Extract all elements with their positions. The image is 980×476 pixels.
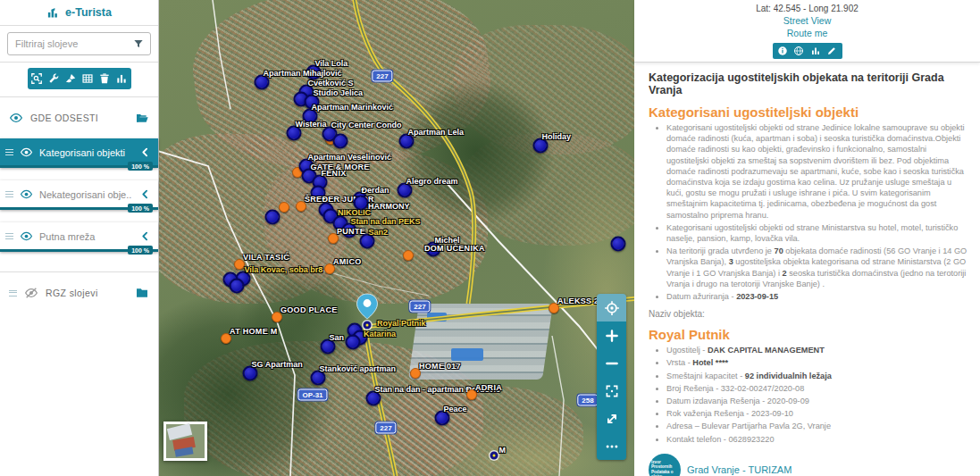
folder-open-icon[interactable] [135, 111, 149, 125]
map-marker[interactable]: Holiday [533, 138, 549, 154]
map-marker[interactable] [265, 210, 281, 225]
source-row: Izvor Prostornih Podataka o sloju: Grad … [649, 454, 969, 476]
layer-group-rgz-slojevi[interactable]: RGZ slojevi [0, 278, 158, 308]
marker-label: Apartman Lela [408, 128, 465, 137]
source-link[interactable]: Grad Vranje - TURIZAM [687, 464, 792, 475]
chart-icon[interactable] [808, 45, 822, 58]
more-button[interactable] [597, 432, 626, 460]
drag-handle-icon[interactable] [5, 233, 13, 239]
detail-bullet: Rok važenja Rešenja - 2023-09-10 [666, 408, 969, 419]
road-shield: OP-31 [297, 389, 327, 401]
map-marker[interactable]: AT HOME M [221, 333, 231, 344]
marker-label: San [330, 333, 345, 342]
zoom-in-button[interactable] [597, 322, 626, 349]
map-marker[interactable]: VILA TASIĆ [234, 259, 245, 270]
map-marker[interactable] [611, 237, 626, 252]
map-marker[interactable]: Peace [435, 411, 450, 426]
folder-icon[interactable] [135, 286, 149, 300]
collapse-chevron-icon[interactable] [139, 188, 151, 200]
map-marker[interactable]: Wisteria [287, 126, 302, 141]
group-label: GDE ODSESTI [30, 113, 128, 123]
map-marker[interactable]: ALEKSS 2016 [549, 303, 559, 313]
layer-card[interactable]: Putna mreža 100 % [0, 222, 158, 252]
eye-icon[interactable] [20, 230, 33, 243]
eye-icon[interactable] [9, 111, 23, 125]
chart-icon[interactable] [114, 71, 130, 87]
layer-toolbar [28, 68, 131, 89]
collapse-chevron-icon[interactable] [139, 146, 151, 158]
layer-card[interactable]: Kategorisani objekti 100 % [0, 138, 158, 168]
layer-filter-input[interactable] [7, 32, 151, 55]
marker-label: Đerdan [362, 186, 389, 195]
detail-bullet: Datum izdavanja Rešenja - 2020-09-09 [666, 396, 969, 406]
map-marker[interactable]: M [490, 452, 498, 460]
map-marker[interactable]: Stan na dan - apartman Đorđević [366, 391, 381, 406]
map-marker[interactable]: SG Apartman [243, 366, 258, 381]
marker-label: Stan na dan PEKS [351, 217, 421, 226]
map-marker[interactable] [333, 134, 348, 149]
road-shield: 227 [372, 71, 392, 82]
divider [0, 62, 158, 63]
panel-header: Lat: 42.545 - Long 21.902 Street View Ro… [634, 0, 980, 63]
trash-icon[interactable] [97, 71, 113, 87]
eye-icon[interactable] [20, 188, 33, 201]
map-marker[interactable]: HOME 017 [410, 368, 421, 379]
resize-button[interactable] [597, 405, 626, 432]
map-marker[interactable] [230, 279, 245, 294]
map-canvas[interactable]: Vila Lola Apartman Mihajlović Cvetković … [159, 0, 634, 476]
info-bullet: Kategorisani ugostiteljski objekti od st… [666, 122, 969, 221]
table-icon[interactable] [80, 71, 96, 87]
collapse-chevron-icon[interactable] [139, 230, 151, 242]
map-marker[interactable]: Apartman Mihajlović [255, 75, 270, 90]
map-marker[interactable]: ADRIA [466, 389, 477, 400]
info-icon[interactable] [775, 45, 789, 58]
map-marker[interactable]: Stanković apartman [311, 371, 326, 386]
layer-card[interactable]: Nekategorisani obje.. 100 % [0, 180, 158, 210]
map-marker[interactable] [279, 202, 289, 213]
map-marker[interactable]: ŠREĐER JUNIOR [296, 201, 306, 212]
marker-label: AMICO [333, 257, 362, 266]
opacity-value: 100 % [128, 204, 153, 213]
map-marker[interactable]: AMICO [324, 263, 335, 274]
roads-overlay [159, 0, 634, 476]
map-marker[interactable]: PUNTE [328, 233, 339, 244]
map-marker[interactable]: San [321, 339, 336, 355]
layer-label: Kategorisani objekti [39, 147, 133, 158]
marker-label: Alegro dream [406, 177, 458, 186]
section-heading: Kategorisani ugostiteljski objekti [649, 104, 969, 120]
marker-dot [279, 202, 289, 213]
eye-icon[interactable] [20, 146, 33, 159]
opacity-slider[interactable]: 100 % [0, 207, 158, 210]
fullscreen-button[interactable] [597, 377, 626, 405]
layer-group-gde-odsesti[interactable]: GDE ODSESTI [0, 103, 158, 133]
brush-icon[interactable] [63, 71, 79, 87]
map-marker[interactable]: Apartman Lela [399, 134, 415, 149]
eye-off-icon[interactable] [24, 286, 38, 300]
globe-icon[interactable] [792, 45, 806, 58]
map-marker[interactable] [346, 335, 361, 350]
edit-icon[interactable] [825, 45, 839, 58]
drag-handle-icon[interactable] [5, 149, 13, 155]
marker-label: DOM UČENIKA [424, 244, 485, 253]
map-marker[interactable]: San2 [360, 234, 375, 249]
scan-search-icon[interactable] [29, 71, 45, 87]
route-me-link[interactable]: Route me [634, 28, 980, 38]
marker-label: FENIX [322, 169, 347, 178]
wrench-icon[interactable] [46, 71, 62, 87]
preview-thumbnail[interactable] [163, 422, 207, 461]
geolocate-button[interactable] [597, 294, 626, 322]
opacity-slider[interactable]: 100 % [0, 165, 158, 168]
marker-label: Cvetković S [308, 79, 354, 88]
map-marker[interactable]: GOOD PLACE [272, 312, 282, 322]
map-label: Katarina [364, 330, 396, 338]
zoom-out-button[interactable] [597, 349, 626, 377]
street-view-link[interactable]: Street View [634, 15, 980, 26]
map-marker[interactable]: DOM UČENIKA [403, 250, 414, 261]
map-label: NIKOLIĆ [338, 208, 371, 217]
map-marker[interactable]: Alegro dream [398, 183, 413, 198]
divider [0, 271, 158, 272]
opacity-slider[interactable]: 100 % [0, 249, 158, 252]
drag-handle-icon[interactable] [9, 290, 17, 296]
drag-handle-icon[interactable] [5, 191, 13, 197]
info-panel: Lat: 42.545 - Long 21.902 Street View Ro… [634, 0, 980, 476]
